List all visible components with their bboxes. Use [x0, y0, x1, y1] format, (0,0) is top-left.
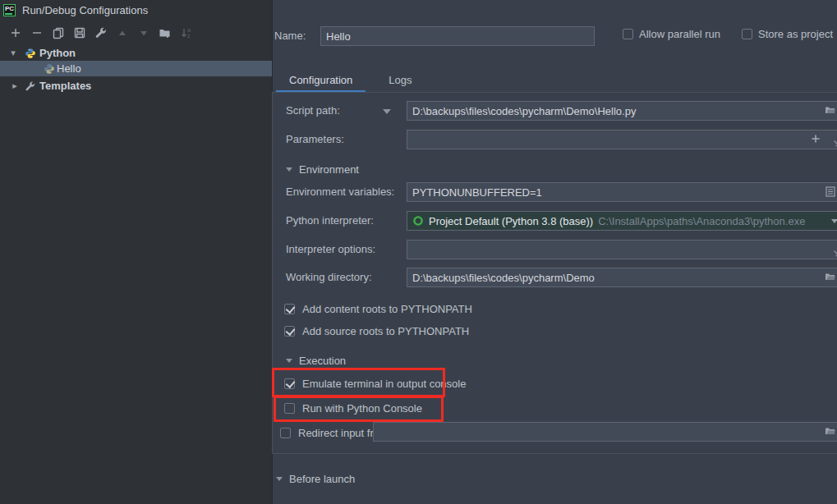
checkbox-box[interactable] — [284, 326, 295, 337]
chevron-right-icon[interactable]: ▸ — [10, 80, 20, 91]
move-up-button[interactable] — [112, 24, 133, 42]
add-source-roots-label: Add source roots to PYTHONPATH — [302, 325, 469, 337]
svg-text:z: z — [187, 33, 191, 39]
tree-group-templates[interactable]: ▸ Templates — [0, 78, 272, 94]
arrow-up-icon — [116, 26, 129, 39]
browse-folder-icon[interactable] — [825, 272, 835, 282]
parameters-input[interactable] — [407, 130, 837, 149]
tree-group-python[interactable]: ▾ Python — [0, 45, 272, 61]
checkbox-box[interactable] — [284, 403, 295, 414]
script-path-field — [407, 101, 837, 121]
allow-parallel-run-checkbox[interactable]: Allow parallel run — [623, 28, 720, 40]
expand-field-icon[interactable] — [833, 140, 837, 147]
add-source-roots-checkbox[interactable]: Add source roots to PYTHONPATH — [284, 324, 469, 337]
parameters-field — [407, 130, 837, 149]
add-content-roots-checkbox[interactable]: Add content roots to PYTHONPATH — [284, 302, 472, 315]
interpreter-options-label: Interpreter options: — [286, 240, 375, 259]
allow-parallel-run-label: Allow parallel run — [639, 28, 720, 40]
configurations-toolbar: az — [5, 23, 197, 43]
environment-variables-field — [407, 182, 837, 202]
collapse-triangle-icon[interactable] — [286, 167, 292, 172]
arrow-down-icon — [137, 26, 150, 39]
python-interpreter-combobox[interactable]: Project Default (Python 3.8 (base)) C:\I… — [407, 211, 837, 231]
edit-templates-button[interactable] — [90, 24, 112, 42]
interpreter-options-input[interactable] — [407, 240, 837, 259]
svg-text:a: a — [187, 27, 191, 33]
environment-section-header[interactable]: Environment — [286, 163, 359, 176]
minus-icon — [30, 26, 44, 39]
before-launch-section-label: Before launch — [289, 473, 355, 485]
emulate-terminal-label: Emulate terminal in output console — [302, 378, 466, 390]
expand-field-icon[interactable] — [833, 250, 837, 257]
checkbox-box[interactable] — [284, 304, 295, 314]
tree-item-hello-label: Hello — [57, 62, 81, 75]
remove-configuration-button[interactable] — [26, 24, 48, 42]
tab-configuration[interactable]: Configuration — [276, 69, 366, 93]
copy-icon — [52, 26, 65, 39]
save-icon — [73, 26, 86, 39]
browse-folder-icon[interactable] — [825, 105, 835, 115]
environment-variables-label: Environment variables: — [286, 182, 394, 202]
plus-icon — [9, 26, 22, 39]
sort-configurations-button[interactable]: az — [176, 24, 197, 42]
python-interpreter-path: C:\InstallApps\paths\Anaconda3\python.ex… — [598, 215, 805, 227]
script-path-input[interactable] — [407, 101, 837, 121]
add-configuration-button[interactable] — [5, 24, 26, 42]
collapse-triangle-icon[interactable] — [286, 359, 292, 363]
working-directory-input[interactable] — [407, 268, 837, 287]
save-configuration-button[interactable] — [69, 24, 90, 42]
redirect-input-field — [373, 422, 837, 442]
move-down-button[interactable] — [133, 24, 154, 42]
checkbox-box[interactable] — [742, 29, 752, 39]
run-with-python-console-checkbox[interactable]: Run with Python Console — [284, 401, 422, 415]
script-path-dropdown-icon[interactable] — [383, 109, 391, 114]
wrench-icon — [94, 26, 108, 39]
config-tabs: Configuration Logs — [276, 69, 425, 93]
edit-variables-icon[interactable] — [826, 186, 835, 197]
python-logo-icon — [25, 48, 36, 59]
title-bar: PC Run/Debug Configurations — [0, 0, 275, 20]
tree-group-templates-label: Templates — [39, 80, 91, 92]
environment-section-label: Environment — [299, 163, 359, 176]
sort-az-icon: az — [180, 26, 194, 39]
working-directory-label: Working directory: — [286, 268, 372, 287]
store-as-project-checkbox[interactable]: Store as project — [742, 28, 833, 40]
environment-variables-input[interactable] — [407, 182, 837, 202]
execution-section-header[interactable]: Execution — [286, 354, 346, 367]
python-config-icon — [44, 63, 55, 75]
tree-item-hello[interactable]: Hello — [0, 61, 272, 76]
add-content-roots-label: Add content roots to PYTHONPATH — [302, 303, 472, 315]
run-with-python-console-label: Run with Python Console — [302, 402, 422, 415]
python-interpreter-value: Project Default (Python 3.8 (base)) — [429, 215, 593, 227]
run-debug-configurations-dialog: { "window": { "title": "Run/Debug Config… — [0, 0, 837, 504]
checkbox-box[interactable] — [623, 29, 633, 39]
chevron-down-icon[interactable]: ▾ — [8, 48, 18, 58]
browse-folder-icon[interactable] — [825, 426, 835, 436]
script-path-label: Script path: — [286, 101, 340, 121]
chevron-down-icon[interactable] — [831, 219, 837, 223]
create-new-folder-button[interactable] — [154, 24, 176, 42]
emulate-terminal-checkbox[interactable]: Emulate terminal in output console — [284, 377, 466, 390]
tree-group-python-label: Python — [39, 47, 76, 59]
name-input[interactable] — [320, 26, 595, 46]
window-title: Run/Debug Configurations — [22, 4, 148, 16]
pycharm-logo-icon: PC — [3, 4, 16, 16]
name-label: Name: — [274, 26, 306, 46]
collapse-triangle-icon[interactable] — [276, 477, 283, 481]
new-folder-icon — [159, 26, 172, 39]
tab-logs[interactable]: Logs — [375, 69, 425, 90]
checkbox-box[interactable] — [280, 428, 291, 438]
templates-wrench-icon — [25, 80, 36, 92]
checkbox-box[interactable] — [284, 378, 295, 389]
working-directory-field — [407, 268, 837, 287]
execution-section-label: Execution — [299, 355, 346, 367]
add-macro-icon[interactable] — [811, 134, 821, 144]
conda-environment-icon — [412, 215, 424, 227]
store-as-project-label: Store as project — [758, 28, 833, 40]
python-interpreter-label: Python interpreter: — [286, 211, 374, 231]
copy-configuration-button[interactable] — [48, 24, 69, 42]
interpreter-options-field — [407, 240, 837, 259]
redirect-input-input[interactable] — [373, 422, 837, 442]
before-launch-section-header[interactable]: Before launch — [276, 472, 355, 485]
parameters-label: Parameters: — [286, 130, 344, 149]
